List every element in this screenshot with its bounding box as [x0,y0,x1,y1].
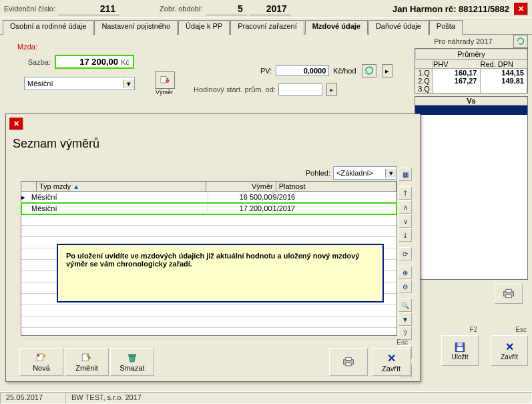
columns-icon[interactable]: ▦ [398,168,412,181]
pv-next-button[interactable]: ▸ [382,64,392,77]
vs-box: Vs [415,96,528,280]
grid-row-empty [21,305,396,317]
averages-row: 1.Q 160,17 144,15 [415,69,527,77]
grid-header: Typ mzdy ▲ Výměr Platnost [21,182,396,192]
down-icon[interactable]: ∨ [398,214,412,228]
dialog-close-button[interactable]: ✕ Zavřít [372,348,411,376]
svg-rect-6 [457,343,463,346]
hourly-start-label: Hodinový start. prům. od: [194,85,276,93]
edit-button[interactable]: Změnit [65,348,109,376]
refresh-icon[interactable]: ⟳ [398,247,412,260]
save-button[interactable]: Uložit [441,335,479,366]
up-icon[interactable]: ∧ [398,200,412,214]
svg-rect-7 [457,347,463,351]
dialog-title: Seznam výměrů [13,121,420,151]
rate-currency: Kč [119,58,131,66]
vs-selected-row[interactable] [415,106,527,115]
filter-icon[interactable]: ▼ [398,313,412,326]
nahrady-refresh[interactable] [513,35,528,48]
rate-highlight: 17 200,00 Kč [55,55,134,69]
col-type[interactable]: Typ mzdy ▲ [37,182,206,191]
dialog-close-label: Zavřít [382,365,401,373]
close-button[interactable]: ✕ [513,2,528,15]
vymer-label: Výměr [156,89,173,95]
row-marker-icon: ▸ [21,193,31,202]
col-phv: PHV [433,60,481,68]
pv-label: PV: [260,67,272,75]
svg-point-9 [37,355,39,357]
edit-sheet-icon [79,352,94,364]
help-icon[interactable]: ? [398,327,412,340]
tab-bar: Osobní a rodinné údaje Nastavení pojistn… [0,18,532,35]
main-button-bar: F2 Uložit Esc ✕ Zavřít [441,335,528,366]
delete-label: Smazat [119,364,144,372]
last-icon[interactable]: ⤓ [398,228,412,242]
averages-table: Průměry PHV Red. DPN 1.Q 160,17 144,15 2… [415,48,528,93]
tab-tax[interactable]: Daňové údaje [368,20,429,35]
svg-rect-4 [506,295,511,298]
evid-label: Evidenční číslo: [4,5,55,13]
zoom-in-icon[interactable]: ⊕ [398,266,412,279]
zoom-out-icon[interactable]: ⊖ [398,280,412,293]
vymer-button[interactable] [155,71,175,89]
wage-type-value: Měsíční [27,79,53,87]
tab-wage[interactable]: Mzdové údaje [305,20,368,35]
status-date: 25.05.2017 [0,392,65,404]
pohled-value: <Základní> [336,169,373,177]
dialog-print-button[interactable] [329,348,368,376]
tab-pp[interactable]: Údaje k PP [178,20,230,35]
edit-label: Změnit [75,364,98,372]
view-selector: Pohled: <Základní> ▾ [306,166,397,180]
pv-recalc-button[interactable] [362,64,376,77]
grid-row[interactable]: Měsíční 17 200,00 1/2017 [21,203,396,214]
averages-row: 2.Q 167,27 149,81 [415,77,527,85]
new-button[interactable]: Nová [19,348,63,376]
print-button[interactable] [495,284,523,304]
grid-row[interactable]: ▸ Měsíční 16 500,00 9/2016 [21,192,396,203]
chevron-down-icon[interactable]: ▾ [123,79,134,88]
new-sheet-icon [34,352,49,364]
svg-rect-13 [346,357,351,360]
evid-value: 211 [58,3,119,15]
period-month: 5 [206,3,247,15]
grid-row-empty [21,328,396,339]
person-name: Jan Harmon rč: 881211/5882 [392,4,509,14]
averages-title: Průměry [415,49,527,59]
save-label: Uložit [451,353,468,361]
disk-icon [453,341,467,353]
tab-assignment[interactable]: Pracovní zařazení [230,20,304,35]
refresh-icon [517,37,525,45]
delete-button[interactable]: Smazat [110,348,154,376]
pohled-label: Pohled: [306,169,330,177]
svg-rect-14 [346,363,351,366]
find-icon[interactable]: 🔍 [398,298,412,312]
dialog-close-shortcut: Esc [396,339,408,346]
hourly-start-row: Hodinový start. prům. od: ▸ [194,83,337,96]
col-red: Red. DPN [481,60,528,68]
pohled-combo[interactable]: <Základní> ▾ [333,166,397,180]
printer-icon [340,355,356,369]
col-amount[interactable]: Výměr [206,182,276,191]
chevron-down-icon[interactable]: ▾ [385,169,396,178]
col-valid[interactable]: Platnost [276,182,396,191]
first-icon[interactable]: ⤒ [398,186,412,200]
rate-value: 17 200,00 [58,57,119,67]
close-button-main[interactable]: ✕ Zavřít [491,335,528,366]
pv-row: PV: 0,0000 Kč/hod ▸ [260,64,392,77]
grid-row-empty [21,214,396,226]
hourly-start-input[interactable] [278,83,322,95]
close-label-main: Zavřít [501,353,518,361]
tab-personal[interactable]: Osobní a rodinné údaje [3,20,93,35]
hourly-next-button[interactable]: ▸ [326,83,337,96]
save-shortcut: F2 [469,326,477,333]
grid-row-empty [21,317,396,328]
dialog-close-icon[interactable]: ✕ [9,117,23,130]
info-note: Po uložení uvidíte ve mzdových údajích j… [57,244,384,302]
wage-type-combo[interactable]: Měsíční ▾ [24,77,135,90]
tab-mail[interactable]: Pošta [429,20,463,35]
averages-row: 3.Q [415,85,527,93]
pv-unit: Kč/hod [333,67,356,75]
close-shortcut: Esc [515,326,527,333]
window-header: Evidenční číslo: 211 Zobr. období: 5 201… [0,0,532,18]
tab-insurance[interactable]: Nastavení pojistného [94,20,178,35]
